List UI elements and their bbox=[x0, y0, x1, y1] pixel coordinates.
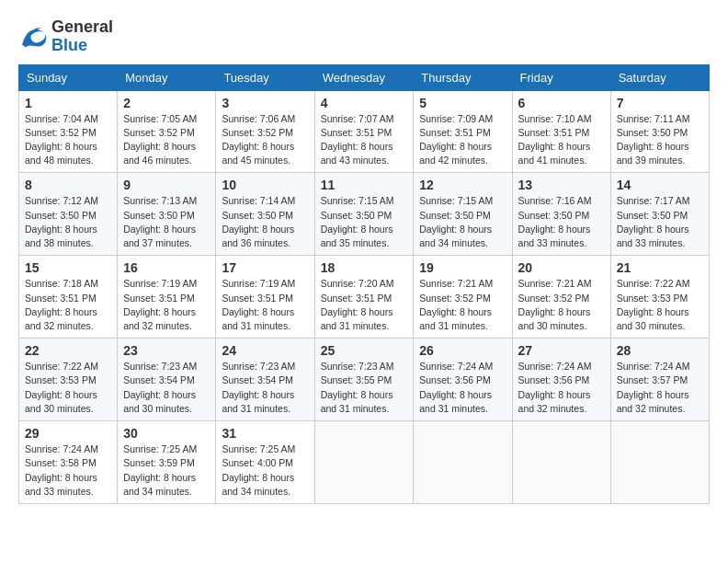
day-detail: Sunrise: 7:24 AM Sunset: 3:56 PM Dayligh… bbox=[518, 360, 605, 416]
day-detail: Sunrise: 7:13 AM Sunset: 3:50 PM Dayligh… bbox=[123, 194, 210, 250]
calendar-cell: 29 Sunrise: 7:24 AM Sunset: 3:58 PM Dayl… bbox=[19, 421, 118, 504]
day-detail: Sunrise: 7:24 AM Sunset: 3:57 PM Dayligh… bbox=[617, 360, 703, 416]
calendar-cell: 25 Sunrise: 7:23 AM Sunset: 3:55 PM Dayl… bbox=[314, 339, 414, 421]
calendar-week-row: 29 Sunrise: 7:24 AM Sunset: 3:58 PM Dayl… bbox=[19, 421, 710, 504]
day-number: 7 bbox=[617, 96, 703, 110]
day-detail: Sunrise: 7:22 AM Sunset: 3:53 PM Dayligh… bbox=[617, 277, 703, 333]
calendar-cell: 31 Sunrise: 7:25 AM Sunset: 4:00 PM Dayl… bbox=[216, 421, 314, 504]
day-detail: Sunrise: 7:16 AM Sunset: 3:50 PM Dayligh… bbox=[518, 194, 605, 250]
day-detail: Sunrise: 7:23 AM Sunset: 3:54 PM Dayligh… bbox=[123, 360, 210, 416]
day-number: 20 bbox=[518, 260, 605, 275]
column-header-wednesday: Wednesday bbox=[314, 64, 414, 90]
day-detail: Sunrise: 7:19 AM Sunset: 3:51 PM Dayligh… bbox=[123, 277, 210, 333]
calendar-cell bbox=[512, 421, 610, 504]
day-number: 2 bbox=[123, 96, 210, 110]
calendar-table: SundayMondayTuesdayWednesdayThursdayFrid… bbox=[18, 64, 710, 504]
calendar-cell: 2 Sunrise: 7:05 AM Sunset: 3:52 PM Dayli… bbox=[118, 90, 216, 173]
calendar-cell: 6 Sunrise: 7:10 AM Sunset: 3:51 PM Dayli… bbox=[512, 90, 610, 173]
calendar-cell: 14 Sunrise: 7:17 AM Sunset: 3:50 PM Dayl… bbox=[610, 173, 709, 256]
calendar-cell: 26 Sunrise: 7:24 AM Sunset: 3:56 PM Dayl… bbox=[414, 339, 512, 421]
day-number: 29 bbox=[25, 426, 111, 441]
calendar-cell: 7 Sunrise: 7:11 AM Sunset: 3:50 PM Dayli… bbox=[610, 90, 709, 173]
column-header-thursday: Thursday bbox=[414, 64, 512, 90]
day-number: 4 bbox=[321, 96, 408, 110]
day-detail: Sunrise: 7:24 AM Sunset: 3:58 PM Dayligh… bbox=[25, 442, 111, 499]
calendar-week-row: 15 Sunrise: 7:18 AM Sunset: 3:51 PM Dayl… bbox=[19, 256, 710, 339]
day-number: 10 bbox=[222, 178, 308, 192]
day-detail: Sunrise: 7:15 AM Sunset: 3:50 PM Dayligh… bbox=[419, 194, 506, 250]
day-number: 27 bbox=[518, 343, 605, 358]
calendar-cell bbox=[314, 421, 414, 504]
day-number: 9 bbox=[123, 178, 210, 192]
calendar-cell: 10 Sunrise: 7:14 AM Sunset: 3:50 PM Dayl… bbox=[216, 173, 314, 256]
calendar-cell: 19 Sunrise: 7:21 AM Sunset: 3:52 PM Dayl… bbox=[414, 256, 512, 339]
logo-text: General Blue bbox=[51, 18, 113, 55]
calendar-cell: 3 Sunrise: 7:06 AM Sunset: 3:52 PM Dayli… bbox=[216, 90, 314, 173]
calendar-cell: 22 Sunrise: 7:22 AM Sunset: 3:53 PM Dayl… bbox=[19, 339, 118, 421]
calendar-week-row: 1 Sunrise: 7:04 AM Sunset: 3:52 PM Dayli… bbox=[19, 90, 710, 173]
day-number: 18 bbox=[321, 260, 408, 275]
day-detail: Sunrise: 7:15 AM Sunset: 3:50 PM Dayligh… bbox=[321, 194, 408, 250]
day-number: 25 bbox=[321, 343, 408, 358]
day-number: 11 bbox=[321, 178, 408, 192]
day-number: 16 bbox=[123, 260, 210, 275]
calendar-cell: 24 Sunrise: 7:23 AM Sunset: 3:54 PM Dayl… bbox=[216, 339, 314, 421]
column-header-friday: Friday bbox=[512, 64, 610, 90]
day-number: 8 bbox=[25, 178, 111, 192]
day-detail: Sunrise: 7:23 AM Sunset: 3:54 PM Dayligh… bbox=[222, 360, 308, 416]
calendar-cell: 27 Sunrise: 7:24 AM Sunset: 3:56 PM Dayl… bbox=[512, 339, 610, 421]
day-detail: Sunrise: 7:19 AM Sunset: 3:51 PM Dayligh… bbox=[222, 277, 308, 333]
day-number: 24 bbox=[222, 343, 308, 358]
day-number: 26 bbox=[419, 343, 506, 358]
day-number: 14 bbox=[617, 178, 703, 192]
calendar-week-row: 8 Sunrise: 7:12 AM Sunset: 3:50 PM Dayli… bbox=[19, 173, 710, 256]
day-detail: Sunrise: 7:24 AM Sunset: 3:56 PM Dayligh… bbox=[419, 360, 506, 416]
day-detail: Sunrise: 7:07 AM Sunset: 3:51 PM Dayligh… bbox=[321, 112, 408, 168]
calendar-cell: 13 Sunrise: 7:16 AM Sunset: 3:50 PM Dayl… bbox=[512, 173, 610, 256]
day-detail: Sunrise: 7:21 AM Sunset: 3:52 PM Dayligh… bbox=[419, 277, 506, 333]
calendar-header-row: SundayMondayTuesdayWednesdayThursdayFrid… bbox=[19, 64, 710, 90]
column-header-saturday: Saturday bbox=[610, 64, 709, 90]
calendar-cell: 28 Sunrise: 7:24 AM Sunset: 3:57 PM Dayl… bbox=[610, 339, 709, 421]
day-detail: Sunrise: 7:14 AM Sunset: 3:50 PM Dayligh… bbox=[222, 194, 308, 250]
calendar-cell: 23 Sunrise: 7:23 AM Sunset: 3:54 PM Dayl… bbox=[118, 339, 216, 421]
column-header-monday: Monday bbox=[118, 64, 216, 90]
calendar-cell: 16 Sunrise: 7:19 AM Sunset: 3:51 PM Dayl… bbox=[118, 256, 216, 339]
calendar-cell: 20 Sunrise: 7:21 AM Sunset: 3:52 PM Dayl… bbox=[512, 256, 610, 339]
calendar-cell bbox=[610, 421, 709, 504]
day-number: 31 bbox=[222, 426, 308, 441]
day-number: 5 bbox=[419, 96, 506, 110]
day-detail: Sunrise: 7:09 AM Sunset: 3:51 PM Dayligh… bbox=[419, 112, 506, 168]
day-number: 23 bbox=[123, 343, 210, 358]
day-detail: Sunrise: 7:20 AM Sunset: 3:51 PM Dayligh… bbox=[321, 277, 408, 333]
calendar-cell: 1 Sunrise: 7:04 AM Sunset: 3:52 PM Dayli… bbox=[19, 90, 118, 173]
calendar-cell: 11 Sunrise: 7:15 AM Sunset: 3:50 PM Dayl… bbox=[314, 173, 414, 256]
calendar-cell: 4 Sunrise: 7:07 AM Sunset: 3:51 PM Dayli… bbox=[314, 90, 414, 173]
day-number: 28 bbox=[617, 343, 703, 358]
day-detail: Sunrise: 7:21 AM Sunset: 3:52 PM Dayligh… bbox=[518, 277, 605, 333]
calendar-cell: 8 Sunrise: 7:12 AM Sunset: 3:50 PM Dayli… bbox=[19, 173, 118, 256]
day-number: 6 bbox=[518, 96, 605, 110]
day-detail: Sunrise: 7:04 AM Sunset: 3:52 PM Dayligh… bbox=[25, 112, 111, 168]
day-detail: Sunrise: 7:25 AM Sunset: 3:59 PM Dayligh… bbox=[123, 442, 210, 499]
column-header-tuesday: Tuesday bbox=[216, 64, 314, 90]
page-header: General Blue bbox=[18, 18, 710, 55]
logo: General Blue bbox=[18, 18, 113, 55]
day-detail: Sunrise: 7:11 AM Sunset: 3:50 PM Dayligh… bbox=[617, 112, 703, 168]
logo-icon bbox=[18, 24, 48, 50]
column-header-sunday: Sunday bbox=[19, 64, 118, 90]
day-detail: Sunrise: 7:10 AM Sunset: 3:51 PM Dayligh… bbox=[518, 112, 605, 168]
day-number: 1 bbox=[25, 96, 111, 110]
calendar-cell: 30 Sunrise: 7:25 AM Sunset: 3:59 PM Dayl… bbox=[118, 421, 216, 504]
day-number: 22 bbox=[25, 343, 111, 358]
day-number: 3 bbox=[222, 96, 308, 110]
day-detail: Sunrise: 7:17 AM Sunset: 3:50 PM Dayligh… bbox=[617, 194, 703, 250]
day-detail: Sunrise: 7:25 AM Sunset: 4:00 PM Dayligh… bbox=[222, 442, 308, 499]
calendar-cell: 18 Sunrise: 7:20 AM Sunset: 3:51 PM Dayl… bbox=[314, 256, 414, 339]
calendar-cell: 5 Sunrise: 7:09 AM Sunset: 3:51 PM Dayli… bbox=[414, 90, 512, 173]
day-number: 13 bbox=[518, 178, 605, 192]
calendar-cell: 17 Sunrise: 7:19 AM Sunset: 3:51 PM Dayl… bbox=[216, 256, 314, 339]
day-number: 21 bbox=[617, 260, 703, 275]
day-number: 17 bbox=[222, 260, 308, 275]
day-detail: Sunrise: 7:12 AM Sunset: 3:50 PM Dayligh… bbox=[25, 194, 111, 250]
